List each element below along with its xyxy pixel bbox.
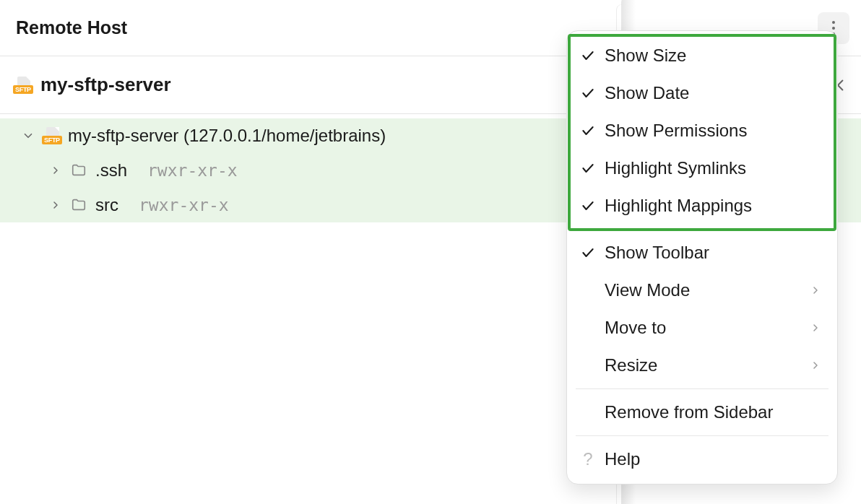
menu-label: Show Date: [605, 83, 821, 103]
chevron-right-icon: [50, 165, 61, 176]
menu-item-highlight-mappings[interactable]: Highlight Mappings: [567, 187, 837, 225]
menu-label: Move to: [605, 318, 804, 338]
menu-item-show-date[interactable]: Show Date: [567, 74, 837, 112]
menu-item-show-size[interactable]: Show Size: [567, 37, 837, 74]
menu-label: Highlight Mappings: [605, 196, 821, 216]
menu-item-help[interactable]: ? Help: [567, 440, 837, 478]
tree-item-perms: rwxr-xr-x: [147, 161, 238, 180]
chevron-right-icon: [810, 360, 821, 371]
check-icon: [577, 86, 599, 100]
menu-label: Show Permissions: [605, 121, 821, 141]
tree-root-label: my-sftp-server (127.0.0.1/home/jetbrains…: [68, 126, 386, 146]
check-icon: [577, 123, 599, 138]
server-selector[interactable]: SFTP my-sftp-server: [13, 74, 653, 96]
tree-toggle[interactable]: [20, 128, 36, 144]
folder-icon: [69, 162, 88, 178]
chevron-right-icon: [810, 284, 821, 296]
check-icon: [577, 48, 599, 63]
menu-item-remove-from-sidebar[interactable]: Remove from Sidebar: [567, 394, 837, 431]
tree-item-name: .ssh: [95, 160, 127, 181]
check-icon: [577, 161, 599, 175]
menu-label: Show Toolbar: [605, 243, 821, 263]
menu-label: Resize: [605, 355, 804, 375]
menu-separator: [576, 435, 828, 436]
server-name: my-sftp-server: [40, 74, 171, 96]
folder-icon: [69, 197, 88, 213]
menu-item-resize[interactable]: Resize: [567, 347, 837, 384]
help-icon: ?: [577, 449, 599, 469]
menu-label: View Mode: [605, 280, 804, 300]
check-icon: [577, 246, 599, 260]
menu-label: Remove from Sidebar: [605, 402, 821, 422]
menu-separator: [576, 388, 828, 389]
chevron-right-icon: [50, 199, 61, 211]
tree-item-name: src: [95, 195, 118, 215]
options-popup: Show Size Show Date Show Permissions Hig…: [566, 30, 838, 485]
tree-toggle[interactable]: [48, 197, 64, 213]
tree-toggle[interactable]: [48, 162, 64, 178]
chevron-right-icon: [810, 322, 821, 334]
menu-item-show-toolbar[interactable]: Show Toolbar: [567, 234, 837, 271]
tree-item-perms: rwxr-xr-x: [139, 196, 229, 214]
menu-label: Highlight Symlinks: [605, 158, 821, 178]
menu-label: Help: [605, 449, 821, 469]
sftp-icon: SFTP: [42, 127, 62, 144]
menu-item-highlight-symlinks[interactable]: Highlight Symlinks: [567, 149, 837, 187]
menu-separator: [576, 229, 828, 230]
check-icon: [577, 199, 599, 213]
menu-label: Show Size: [605, 45, 821, 66]
menu-item-show-permissions[interactable]: Show Permissions: [567, 112, 837, 149]
menu-item-move-to[interactable]: Move to: [567, 309, 837, 347]
sftp-icon: SFTP: [13, 77, 33, 94]
panel-title: Remote Host: [16, 17, 127, 38]
menu-item-view-mode[interactable]: View Mode: [567, 271, 837, 309]
chevron-down-icon: [22, 129, 35, 142]
